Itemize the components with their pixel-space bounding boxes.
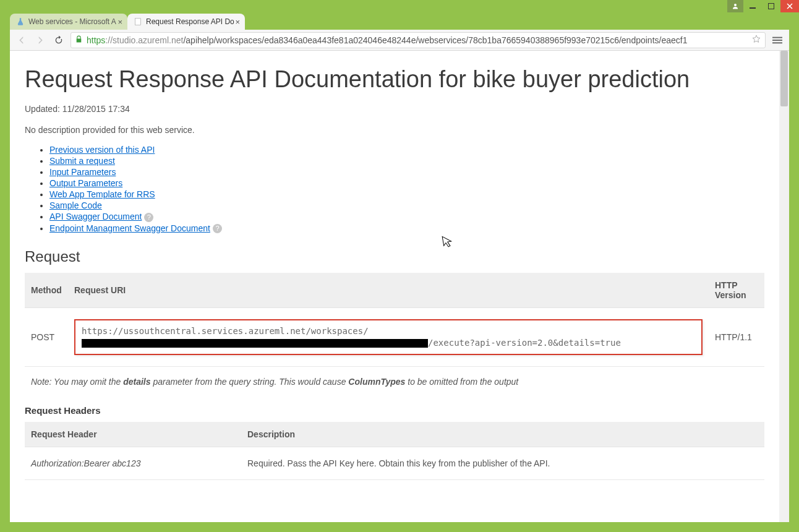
th-version: HTTP Version xyxy=(709,273,764,308)
user-icon[interactable] xyxy=(727,0,743,12)
close-icon[interactable]: × xyxy=(118,17,122,27)
browser-toolbar: https://studio.azureml.net/apihelp/works… xyxy=(10,30,789,51)
table-row: Authorization:Bearer abc123 Required. Pa… xyxy=(25,447,764,480)
svg-rect-5 xyxy=(135,19,140,25)
list-item: Input Parameters xyxy=(49,167,764,177)
page-content: Request Response API Documentation for b… xyxy=(10,51,779,522)
tab-title: Request Response API Do xyxy=(146,17,234,26)
close-button[interactable] xyxy=(780,0,799,12)
svg-rect-6 xyxy=(772,36,782,38)
updated-timestamp: Updated: 11/28/2015 17:34 xyxy=(25,104,764,114)
close-icon[interactable]: × xyxy=(235,17,240,27)
link-output-params[interactable]: Output Parameters xyxy=(49,178,122,188)
reload-button[interactable] xyxy=(52,33,66,47)
th-method: Method xyxy=(25,273,68,308)
request-heading: Request xyxy=(25,248,764,265)
tab-strip: Web services - Microsoft A × Request Res… xyxy=(10,12,789,30)
cell-uri: https://ussouthcentral.services.azureml.… xyxy=(68,308,709,367)
link-webapp-template[interactable]: Web App Template for RRS xyxy=(49,189,155,199)
forward-button[interactable] xyxy=(33,33,47,47)
scroll-thumb[interactable] xyxy=(780,51,788,106)
page-title: Request Response API Documentation for b… xyxy=(25,67,764,93)
svg-rect-8 xyxy=(772,42,782,43)
redacted-segment xyxy=(82,339,428,348)
browser-tab-active[interactable]: Request Response API Do × xyxy=(127,14,245,30)
back-button[interactable] xyxy=(15,33,28,47)
list-item: Submit a request xyxy=(49,156,764,166)
th-header-desc: Description xyxy=(241,422,764,447)
browser-tab[interactable]: Web services - Microsoft A × xyxy=(10,14,127,30)
list-item: Endpoint Managment Swagger Document? xyxy=(49,223,764,234)
cell-version: HTTP/1.1 xyxy=(709,308,764,367)
link-input-params[interactable]: Input Parameters xyxy=(49,167,116,177)
svg-rect-2 xyxy=(768,3,774,9)
link-swagger[interactable]: API Swagger Document xyxy=(49,212,142,221)
table-row: POST https://ussouthcentral.services.azu… xyxy=(25,308,764,367)
bookmark-icon[interactable] xyxy=(751,34,761,46)
service-description: No description provided for this web ser… xyxy=(25,125,764,135)
scrollbar[interactable] xyxy=(779,51,789,522)
list-item: Output Parameters xyxy=(49,178,764,188)
link-sample-code[interactable]: Sample Code xyxy=(49,200,102,210)
link-endpoint-swagger[interactable]: Endpoint Managment Swagger Document xyxy=(49,223,210,233)
request-table: Method Request URI HTTP Version POST htt… xyxy=(25,273,764,367)
link-previous-version[interactable]: Previous version of this API xyxy=(49,145,155,155)
list-item: Sample Code xyxy=(49,200,764,210)
lock-icon xyxy=(75,35,83,45)
list-item: Previous version of this API xyxy=(49,145,764,155)
request-headers-heading: Request Headers xyxy=(25,405,764,416)
link-submit-request[interactable]: Submit a request xyxy=(49,156,115,166)
flask-icon xyxy=(16,17,25,26)
page-viewport: Request Response API Documentation for b… xyxy=(10,51,789,522)
svg-point-0 xyxy=(734,4,737,6)
minimize-button[interactable] xyxy=(743,0,762,12)
list-item: Web App Template for RRS xyxy=(49,189,764,199)
th-header-name: Request Header xyxy=(25,422,241,447)
headers-table: Request Header Description Authorization… xyxy=(25,422,764,480)
cell-header-desc: Required. Pass the API Key here. Obtain … xyxy=(241,447,764,480)
help-icon[interactable]: ? xyxy=(144,213,153,222)
request-uri-box[interactable]: https://ussouthcentral.services.azureml.… xyxy=(74,319,703,355)
svg-rect-1 xyxy=(750,7,756,9)
th-uri: Request URI xyxy=(68,273,709,308)
cell-method: POST xyxy=(25,308,68,367)
cell-header-name: Authorization:Bearer abc123 xyxy=(25,447,241,480)
tab-title: Web services - Microsoft A xyxy=(28,17,116,26)
menu-button[interactable] xyxy=(771,33,784,47)
svg-rect-7 xyxy=(772,40,782,41)
help-icon[interactable]: ? xyxy=(213,224,222,233)
list-item: API Swagger Document? xyxy=(49,212,764,222)
note-text: Note: You may omit the details parameter… xyxy=(25,367,764,393)
url-text: https://studio.azureml.net/apihelp/works… xyxy=(87,35,748,45)
page-icon xyxy=(134,17,142,26)
nav-links: Previous version of this API Submit a re… xyxy=(49,145,764,234)
maximize-button[interactable] xyxy=(762,0,780,12)
address-bar[interactable]: https://studio.azureml.net/apihelp/works… xyxy=(70,32,766,48)
window-controls xyxy=(727,0,799,12)
